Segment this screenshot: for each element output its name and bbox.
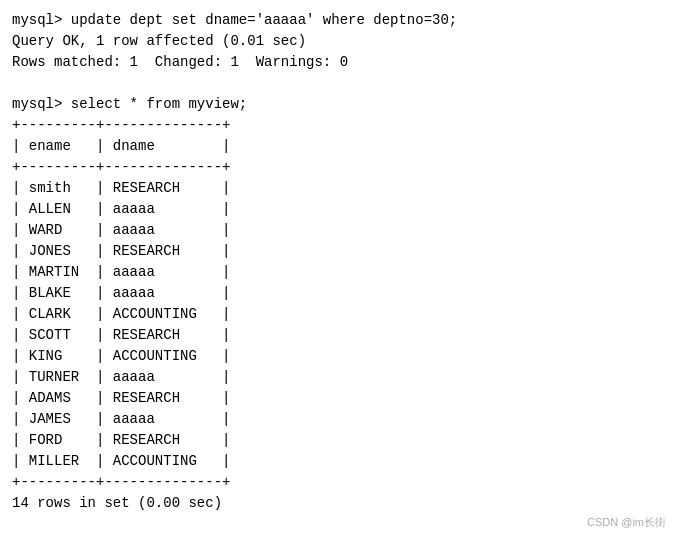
terminal-window: mysql> update dept set dname='aaaaa' whe…	[0, 0, 674, 538]
watermark: CSDN @im长街	[587, 515, 666, 530]
